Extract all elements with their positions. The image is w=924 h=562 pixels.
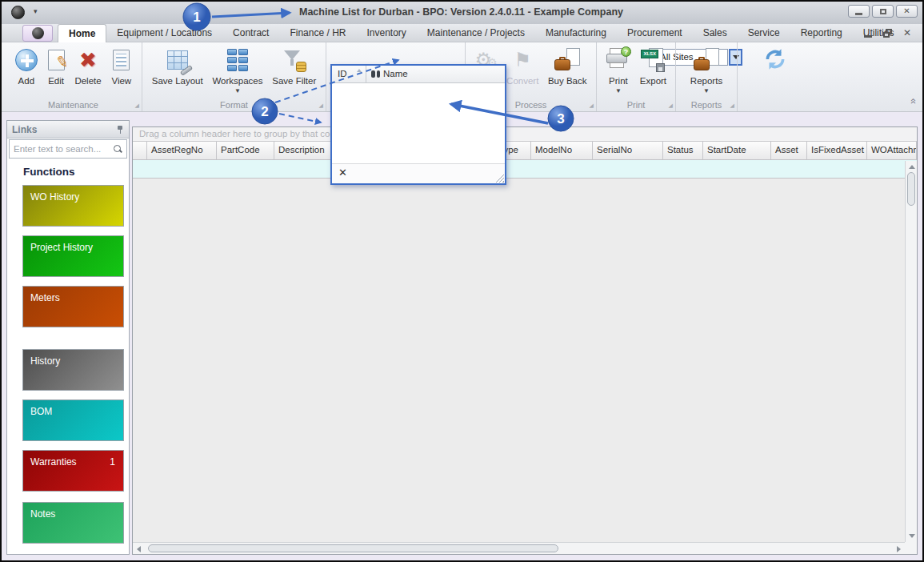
column-header-status[interactable]: Status bbox=[663, 142, 703, 159]
view-icon bbox=[113, 46, 130, 74]
function-bom[interactable]: BOM bbox=[22, 399, 124, 441]
briefcase-icon bbox=[554, 46, 580, 74]
column-header-asset[interactable]: Asset bbox=[771, 142, 807, 159]
function-label: WO History bbox=[30, 191, 79, 203]
function-label: Project History bbox=[30, 242, 93, 253]
tab-procurement[interactable]: Procurement bbox=[617, 24, 693, 42]
tab-finance-hr[interactable]: Finance / HR bbox=[279, 24, 356, 42]
save-layout-button[interactable]: Save Layout bbox=[152, 44, 203, 86]
dialog-launcher-icon[interactable]: ◢ bbox=[319, 102, 323, 109]
tab-equipment-locations[interactable]: Equipment / Locations bbox=[106, 24, 222, 42]
save-filter-icon bbox=[282, 46, 306, 74]
edit-icon: ✎ bbox=[48, 46, 65, 74]
add-icon bbox=[15, 46, 38, 74]
dialog-launcher-icon[interactable]: ◢ bbox=[669, 102, 673, 109]
tab-maintenance-projects[interactable]: Maintenance / Projects bbox=[417, 24, 535, 42]
horizontal-scrollbar[interactable] bbox=[133, 542, 905, 554]
pin-icon[interactable] bbox=[116, 125, 124, 134]
refresh-icon[interactable] bbox=[763, 47, 787, 74]
delete-button[interactable]: ✖Delete bbox=[74, 44, 101, 86]
function-history[interactable]: History bbox=[22, 349, 124, 391]
function-warranties[interactable]: Warranties1 bbox=[22, 450, 124, 492]
tab-manufacturing[interactable]: Manufacturing bbox=[535, 24, 617, 42]
ribbon-collapse-icon[interactable]: » bbox=[906, 100, 918, 104]
chevron-down-icon: ▼ bbox=[703, 87, 710, 94]
column-header-partcode[interactable]: PartCode bbox=[217, 142, 274, 159]
export-xlsx-icon: XLSX bbox=[641, 46, 665, 74]
site-dropdown-popup: ID Name ✕ bbox=[330, 64, 506, 185]
close-button[interactable]: ✕ bbox=[896, 5, 918, 18]
mdi-restore-icon[interactable] bbox=[883, 29, 892, 38]
function-label: BOM bbox=[30, 406, 52, 417]
printer-icon: ? bbox=[606, 46, 631, 74]
app-logo-icon[interactable] bbox=[11, 6, 25, 19]
machine-list-grid: Drag a column header here to group by th… bbox=[132, 126, 918, 555]
column-header-isfixedasset[interactable]: IsFixedAsset bbox=[807, 142, 867, 159]
vertical-scrollbar[interactable] bbox=[905, 161, 917, 542]
column-header-woattachme[interactable]: WOAttachme bbox=[867, 142, 917, 159]
ribbon-group-maintenance: Add ✎Edit ✖Delete View Maintenance ◢ bbox=[5, 42, 142, 111]
vertical-scroll-thumb[interactable] bbox=[907, 172, 915, 206]
edit-button[interactable]: ✎Edit bbox=[48, 44, 65, 86]
sort-ascending-icon bbox=[357, 69, 362, 72]
tab-home[interactable]: Home bbox=[58, 24, 106, 42]
column-header[interactable] bbox=[133, 142, 147, 159]
scroll-down-icon[interactable] bbox=[909, 534, 915, 538]
clear-filter-icon[interactable]: ✕ bbox=[338, 167, 347, 178]
site-dropdown-name-header[interactable]: Name bbox=[366, 66, 505, 82]
tab-inventory[interactable]: Inventory bbox=[356, 24, 416, 42]
resize-grip-icon[interactable] bbox=[495, 174, 504, 183]
search-input[interactable] bbox=[14, 144, 113, 154]
site-dropdown-id-header[interactable]: ID bbox=[332, 66, 366, 82]
group-by-bar[interactable]: Drag a column header here to group by th… bbox=[133, 127, 917, 142]
minimize-button[interactable] bbox=[848, 5, 870, 18]
function-wo-history[interactable]: WO History bbox=[22, 185, 124, 227]
export-button[interactable]: XLSXExport bbox=[640, 44, 666, 86]
scroll-up-icon[interactable] bbox=[909, 165, 915, 169]
function-project-history[interactable]: Project History bbox=[22, 235, 124, 277]
column-header-assetregno[interactable]: AssetRegNo bbox=[147, 142, 217, 159]
ribbon-group-reports: Reports▼ Reports ◢ bbox=[676, 42, 738, 111]
scroll-right-icon[interactable] bbox=[897, 546, 901, 552]
dialog-launcher-icon[interactable]: ◢ bbox=[730, 102, 734, 109]
tab-reporting[interactable]: Reporting bbox=[790, 24, 853, 42]
search-box bbox=[9, 139, 127, 159]
workspaces-button[interactable]: Workspaces▼ bbox=[212, 44, 262, 94]
ribbon-group-format: Save Layout Workspaces▼ Save Filter Form… bbox=[142, 42, 326, 111]
buy-back-button[interactable]: Buy Back bbox=[548, 44, 587, 86]
scroll-left-icon[interactable] bbox=[137, 546, 141, 552]
annotation-number-3: 3 bbox=[557, 111, 564, 126]
function-meters[interactable]: Meters bbox=[22, 286, 124, 327]
dialog-launcher-icon[interactable]: ◢ bbox=[135, 102, 139, 109]
maximize-button[interactable] bbox=[872, 5, 894, 18]
chevron-down-icon: ▼ bbox=[234, 87, 241, 94]
dialog-launcher-icon[interactable]: ◢ bbox=[590, 102, 594, 109]
column-header-serialno[interactable]: SerialNo bbox=[593, 142, 663, 159]
save-filter-button[interactable]: Save Filter bbox=[272, 44, 316, 86]
view-button[interactable]: View bbox=[111, 44, 131, 86]
column-header-modelno[interactable]: ModelNo bbox=[531, 142, 593, 159]
tab-contract[interactable]: Contract bbox=[222, 24, 279, 42]
delete-icon: ✖ bbox=[79, 46, 97, 74]
column-header-startdate[interactable]: StartDate bbox=[703, 142, 771, 159]
quick-access-caret-icon[interactable]: ▾ bbox=[34, 7, 38, 15]
mdi-minimize-icon[interactable] bbox=[864, 35, 872, 38]
function-notes[interactable]: Notes bbox=[22, 502, 124, 544]
reports-button[interactable]: Reports▼ bbox=[690, 44, 722, 94]
grid-filter-row bbox=[133, 160, 917, 179]
search-icon[interactable] bbox=[113, 144, 122, 154]
tab-service[interactable]: Service bbox=[738, 24, 790, 42]
horizontal-scroll-thumb[interactable] bbox=[148, 544, 558, 552]
function-label: Notes bbox=[30, 508, 55, 520]
function-label: Warranties bbox=[30, 456, 77, 468]
annotation-dashed-arrow-2b bbox=[279, 114, 321, 122]
mdi-close-icon[interactable]: ✕ bbox=[903, 27, 911, 38]
add-button[interactable]: Add bbox=[15, 44, 38, 86]
ribbon-tabs: HomeEquipment / LocationsContractFinance… bbox=[58, 24, 904, 42]
print-button[interactable]: ?Print▼ bbox=[606, 44, 631, 94]
workspaces-icon bbox=[227, 46, 248, 74]
ribbon-tab-row: HomeEquipment / LocationsContractFinance… bbox=[2, 24, 922, 42]
application-menu-button[interactable] bbox=[22, 25, 53, 42]
tab-sales[interactable]: Sales bbox=[693, 24, 738, 42]
app-logo-icon bbox=[32, 27, 44, 39]
